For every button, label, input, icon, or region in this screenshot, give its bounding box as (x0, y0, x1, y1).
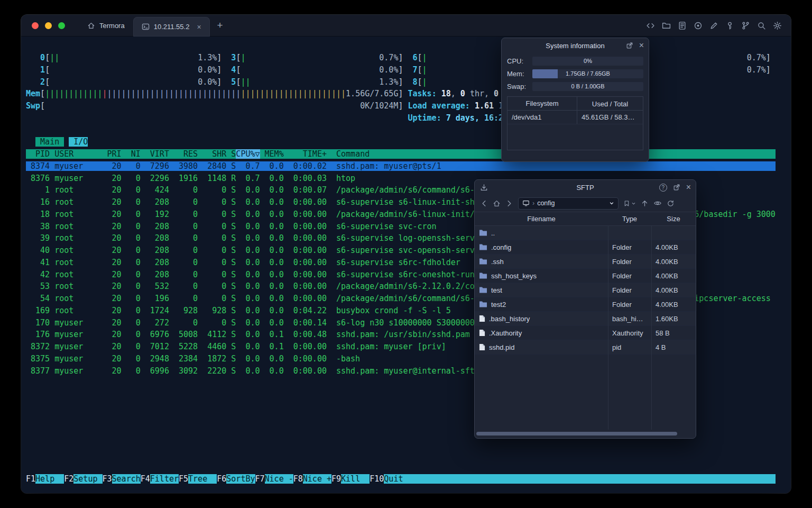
bookmarks-button[interactable] (623, 200, 636, 207)
branch-icon[interactable] (741, 21, 750, 30)
size-column-header[interactable]: Size (651, 215, 696, 223)
fkey-f10[interactable]: F10 (370, 474, 384, 484)
fkey-label-quit[interactable]: Quit (384, 474, 412, 484)
popout-icon[interactable] (673, 184, 680, 191)
filename-label: .config (491, 243, 511, 251)
file-row[interactable]: .XauthorityXauthority58 B (475, 326, 696, 340)
fkey-label-nice-[interactable]: Nice + (303, 474, 331, 484)
titlebar: Termora 10.211.55.2 × + (21, 15, 791, 37)
log-icon[interactable] (678, 21, 687, 30)
show-hidden-files-icon[interactable] (653, 199, 662, 207)
file-row[interactable]: .. (475, 226, 696, 240)
cpu-meter-7: 7 (413, 65, 418, 75)
horizontal-scrollbar[interactable] (476, 432, 677, 436)
record-icon[interactable] (694, 21, 703, 30)
code-icon[interactable] (646, 21, 655, 30)
search-icon[interactable] (757, 21, 766, 30)
filesystem-row[interactable]: /dev/vda145.61GB / 58.3… (508, 111, 643, 124)
type-cell: Folder (608, 301, 651, 309)
fkey-f3[interactable]: F3 (103, 474, 112, 484)
cpu-meter-6: 6 (413, 53, 418, 62)
fkey-label-search[interactable]: Search (112, 474, 141, 484)
tab-home-label: Termora (99, 22, 125, 30)
chevron-down-icon[interactable] (609, 201, 614, 206)
size-cell: 1.60KB (651, 315, 696, 323)
fkey-label-nice-[interactable]: Nice - (265, 474, 293, 484)
folder-icon[interactable] (662, 21, 671, 30)
process-row[interactable]: 8374 myuser 20 0 7296 3980 2840 S 0.7 0.… (26, 160, 776, 173)
filename-cell: sshd.pid (475, 343, 608, 351)
fkey-label-tree[interactable]: Tree (188, 474, 217, 484)
memory-meter-label: Mem (26, 89, 40, 98)
forward-icon[interactable] (505, 199, 513, 207)
path-breadcrumb[interactable]: › config (518, 197, 619, 210)
file-row[interactable]: ssh_host_keysFolder4.00KB (475, 269, 696, 283)
size-cell: 4.00KB (651, 258, 696, 266)
minimize-window-button[interactable] (45, 22, 52, 29)
tab-session[interactable]: 10.211.55.2 × (133, 17, 210, 37)
fkey-f7[interactable]: F7 (255, 474, 265, 484)
home-icon[interactable] (493, 199, 501, 207)
cpu-meter-row: 0[|| 1.3%] 3[| 0.7%] 6[| 0.7%] (26, 52, 776, 64)
fkey-label-help[interactable]: Help (35, 474, 64, 484)
process-columns[interactable]: PID USER PRI NI VIRT RES SHR S (26, 149, 236, 159)
close-icon[interactable]: × (639, 41, 644, 50)
fkey-f5[interactable]: F5 (179, 474, 188, 484)
fkey-label-sortby[interactable]: SortBy (226, 474, 255, 484)
cpu-usage-row: CPU: 0% (507, 56, 643, 66)
close-window-button[interactable] (32, 22, 39, 29)
refresh-icon[interactable] (667, 199, 675, 207)
fkey-label-setup[interactable]: Setup (73, 474, 102, 484)
file-row[interactable]: .configFolder4.00KB (475, 240, 696, 255)
terminal-line (26, 461, 776, 474)
settings-icon[interactable] (773, 21, 782, 30)
key-icon[interactable] (725, 21, 734, 30)
system-information-titlebar[interactable]: System information × (502, 38, 649, 53)
fkey-f6[interactable]: F6 (217, 474, 226, 484)
fkey-f4[interactable]: F4 (141, 474, 150, 484)
type-column-header[interactable]: Type (608, 215, 651, 223)
cpu-label: CPU: (507, 57, 532, 65)
fkey-label-kill[interactable]: Kill (341, 474, 370, 484)
close-icon[interactable]: × (686, 183, 691, 192)
filename-cell: .ssh (475, 258, 608, 266)
type-cell: Folder (608, 272, 651, 280)
type-cell: pid (608, 343, 651, 351)
htop-tab-main[interactable]: Main (35, 137, 64, 147)
titlebar-actions (646, 15, 791, 36)
path-segment[interactable]: config (537, 199, 555, 207)
file-row[interactable]: .sshFolder4.00KB (475, 255, 696, 269)
swap-usage-bar: 0 B / 1.00GB (532, 82, 643, 91)
popout-icon[interactable] (626, 42, 633, 49)
fkey-f2[interactable]: F2 (64, 474, 73, 484)
tab-home[interactable]: Termora (79, 15, 133, 36)
help-icon[interactable]: ? (659, 184, 667, 192)
file-icon (479, 329, 485, 337)
swap-usage-row: Swap: 0 B / 1.00GB (507, 81, 643, 91)
cpu-meter-8: 8 (413, 77, 418, 87)
new-tab-button[interactable]: + (210, 15, 230, 36)
htop-tab-io[interactable]: I/O (69, 137, 88, 147)
file-row[interactable]: sshd.pidpid4 B (475, 340, 696, 355)
back-icon[interactable] (480, 199, 488, 207)
sftp-titlebar[interactable]: SFTP ? × (475, 180, 696, 195)
maximize-window-button[interactable] (58, 22, 65, 29)
terminal-area[interactable]: 0[|| 1.3%] 3[| 0.7%] 6[| 0.7%] 1[ 0.0%] … (21, 37, 791, 493)
memory-meter-row: Mem[||||||||||||||||||||||||||||||||||||… (26, 88, 776, 100)
filename-column-header[interactable]: Filename (475, 215, 608, 223)
sort-column-cpu[interactable]: CPU%▽ (236, 149, 260, 159)
filename-cell: .. (475, 229, 608, 237)
terminal-icon (142, 23, 150, 31)
fkey-f8[interactable]: F8 (293, 474, 303, 484)
transfers-icon[interactable] (480, 180, 488, 195)
fkey-f1[interactable]: F1 (26, 474, 35, 484)
file-row[interactable]: .bash_historybash_hi…1.60KB (475, 312, 696, 326)
tab-close-icon[interactable]: × (197, 23, 201, 31)
file-row[interactable]: test2Folder4.00KB (475, 297, 696, 312)
fkey-label-filter[interactable]: Filter (150, 474, 179, 484)
fkey-f9[interactable]: F9 (331, 474, 341, 484)
cpu-meter-row: 2[ 0.0%] 5[|| 1.3%] 8[| (26, 76, 776, 88)
up-directory-icon[interactable] (641, 199, 649, 207)
pencil-icon[interactable] (709, 21, 718, 30)
file-row[interactable]: testFolder4.00KB (475, 283, 696, 297)
